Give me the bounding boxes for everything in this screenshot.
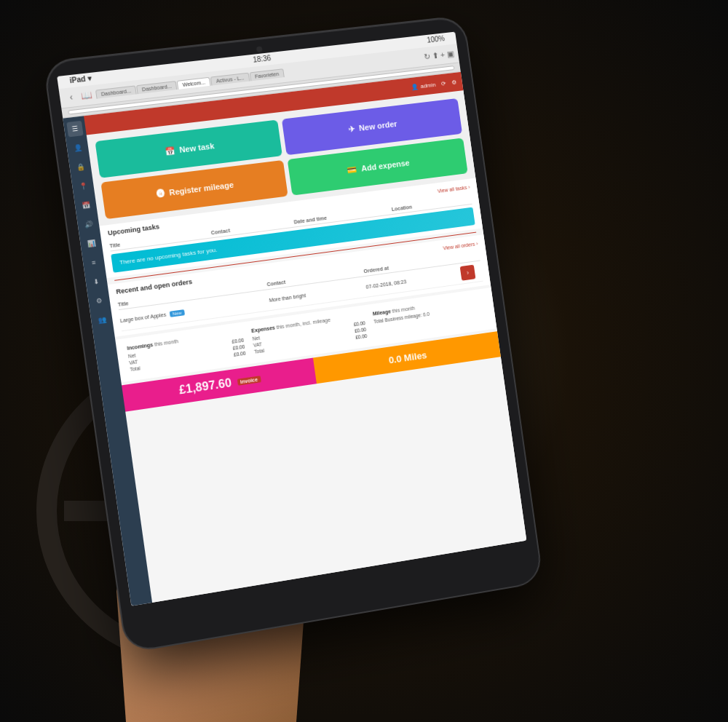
ipad-device: iPad ▾ 18:36 100% ‹ 📖 Dashboard... Dashb… — [44, 17, 542, 652]
expenses-vat-value: £0.00 — [355, 327, 367, 333]
ipad-frame: iPad ▾ 18:36 100% ‹ 📖 Dashboard... Dashb… — [44, 17, 542, 652]
book-icon[interactable]: 📖 — [79, 88, 94, 103]
view-all-tasks-link[interactable]: View all tasks › — [437, 184, 470, 194]
settings-button[interactable]: ⚙ — [451, 79, 457, 86]
battery-label: 100% — [427, 34, 446, 44]
expenses-total-label: Total — [254, 348, 265, 354]
tab-4[interactable]: Activus - L... — [210, 73, 250, 86]
tabs-icon[interactable]: ▣ — [446, 49, 454, 59]
carrier-label: iPad ▾ — [69, 74, 92, 84]
sidebar-icon-settings[interactable]: ⚙ — [90, 293, 107, 309]
ticker-miles-value: 0.0 Miles — [388, 349, 427, 365]
ipad-screen: iPad ▾ 18:36 100% ‹ 📖 Dashboard... Dashb… — [57, 32, 526, 606]
username-label: admin — [420, 81, 436, 89]
incomings-subtitle: this month — [154, 338, 179, 347]
sidebar-icon-download[interactable]: ⬇ — [88, 274, 105, 290]
main-content: 👤 admin ⟳ ⚙ — [84, 72, 526, 606]
order-date-1: 07-02-2018, 08:23 — [365, 271, 461, 290]
incomings-total-label: Total — [130, 365, 141, 372]
sidebar-icon-location[interactable]: 📍 — [74, 178, 91, 195]
browser-actions: ↻ ⬆ + ▣ — [423, 49, 454, 61]
share-icon-topbar: ⟳ — [440, 80, 446, 87]
time-label: 18:36 — [253, 54, 272, 64]
sidebar-icon-user[interactable]: 👤 — [69, 140, 86, 156]
order-badge-new: New — [169, 309, 184, 317]
new-task-label: New task — [179, 141, 215, 154]
camera-dot — [256, 46, 263, 52]
incomings-net-value: £0.00 — [232, 338, 244, 344]
expense-icon: 💳 — [347, 164, 357, 175]
order-arrow-btn-1[interactable]: › — [460, 265, 476, 281]
sidebar-icon-lock[interactable]: 🔒 — [72, 159, 89, 175]
incomings-total-value: £0.00 — [234, 351, 246, 357]
ticker-badge: invoice — [237, 376, 261, 386]
expenses-vat-label: VAT — [253, 341, 263, 348]
scene: iPad ▾ 18:36 100% ‹ 📖 Dashboard... Dashb… — [0, 0, 728, 722]
sidebar-icon-calendar[interactable]: 📅 — [77, 197, 94, 214]
send-icon: ✈ — [348, 124, 356, 134]
ticker-amount-value: £1,897.60 — [178, 376, 232, 397]
sidebar-icon-menu[interactable]: ☰ — [66, 121, 83, 138]
mileage-subtitle: this month — [392, 306, 415, 314]
order-contact-1: More than bright — [269, 284, 366, 302]
incomings-vat-value: £0.00 — [232, 344, 245, 351]
browser-nav: ‹ 📖 — [63, 88, 94, 105]
sidebar-icon-chart[interactable]: 📊 — [82, 235, 99, 252]
tab-5[interactable]: Favorieten — [249, 68, 284, 81]
user-icon: 👤 — [411, 83, 419, 90]
app-container: ☰ 👤 🔒 📍 📅 🔊 📊 ≡ ⬇ ⚙ 👥 — [63, 72, 526, 606]
new-order-label: New order — [358, 119, 397, 132]
reload-icon[interactable]: ↻ — [423, 52, 430, 62]
incomings-vat-label: VAT — [129, 359, 138, 365]
sidebar-icon-list[interactable]: ≡ — [85, 254, 102, 271]
tab-1[interactable]: Dashboard... — [95, 85, 137, 98]
content-inner: 📅 New task ✈ New order 🅐 Register mileag — [87, 90, 501, 412]
tab-3-active[interactable]: Welcom... — [177, 77, 211, 90]
expenses-net-value: £0.00 — [353, 320, 365, 327]
order-col-action — [459, 253, 480, 261]
view-all-orders-link[interactable]: View all orders › — [443, 241, 478, 250]
gear-icon: ⚙ — [451, 79, 457, 86]
tab-2[interactable]: Dashboard... — [136, 81, 177, 94]
register-mileage-label: Register mileage — [169, 180, 234, 197]
sidebar-icon-users[interactable]: 👥 — [93, 312, 110, 328]
expenses-total-value: £0.00 — [355, 333, 368, 340]
upcoming-tasks-title: Upcoming tasks — [107, 223, 159, 237]
empty-tasks-text: There are no upcoming tasks for you. — [119, 247, 218, 266]
new-tab-icon[interactable]: + — [440, 50, 446, 59]
share-icon[interactable]: ⬆ — [432, 50, 439, 60]
share-button[interactable]: ⟳ — [440, 80, 446, 87]
expenses-net-label: Net — [252, 336, 260, 341]
user-menu[interactable]: 👤 admin — [411, 81, 436, 90]
sidebar-icon-volume[interactable]: 🔊 — [80, 216, 97, 233]
back-button[interactable]: ‹ — [63, 90, 79, 104]
incomings-net-label: Net — [128, 353, 136, 360]
add-expense-label: Add expense — [360, 158, 410, 172]
calendar-icon: 📅 — [164, 146, 175, 156]
mileage-icon: 🅐 — [156, 189, 165, 198]
